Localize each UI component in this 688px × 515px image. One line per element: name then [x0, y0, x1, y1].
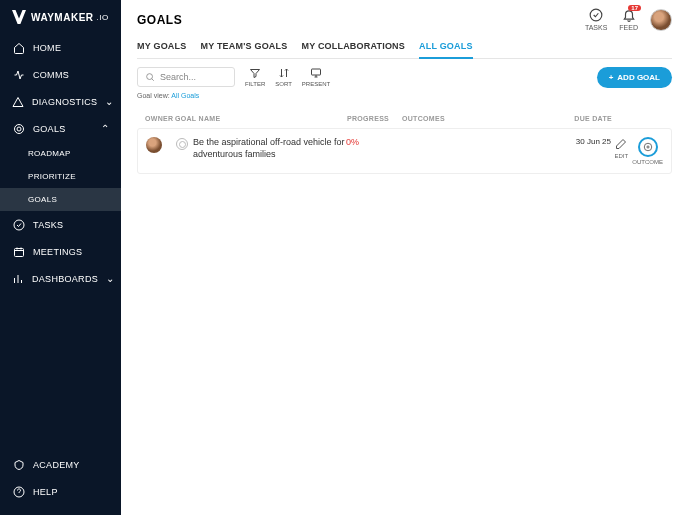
- edit-action[interactable]: EDIT: [614, 137, 628, 165]
- nav-dashboards-label: DASHBOARDS: [32, 274, 98, 284]
- bars-icon: [12, 272, 24, 285]
- add-goal-button[interactable]: + ADD GOAL: [597, 67, 672, 88]
- nav-goals-sub-label: GOALS: [28, 195, 57, 204]
- present-icon: [309, 67, 323, 79]
- nav-goals-sub[interactable]: GOALS: [0, 188, 121, 211]
- chevron-up-icon: ⌃: [101, 123, 109, 134]
- page-title: GOALS: [137, 13, 182, 27]
- shield-icon: [12, 458, 25, 471]
- svg-point-0: [14, 124, 23, 133]
- tab-my-goals[interactable]: MY GOALS: [137, 37, 186, 58]
- chevron-down-icon: ⌄: [106, 273, 114, 284]
- search-placeholder: Search...: [160, 72, 196, 82]
- nav-help-label: HELP: [33, 487, 58, 497]
- header-tasks[interactable]: TASKS: [585, 8, 607, 31]
- tab-collaborations[interactable]: MY COLLABORATIONS: [301, 37, 405, 58]
- edit-icon: [614, 137, 628, 151]
- nav-tasks[interactable]: TASKS: [0, 211, 121, 238]
- goal-view-line: Goal view: All Goals: [137, 92, 672, 99]
- owner-avatar: [146, 137, 162, 153]
- nav-roadmap[interactable]: ROADMAP: [0, 142, 121, 165]
- goal-row[interactable]: Be the aspirational off-road vehicle for…: [137, 128, 672, 174]
- chevron-down-icon: ⌄: [105, 96, 113, 107]
- nav-academy-label: ACADEMY: [33, 460, 80, 470]
- activity-icon: [12, 68, 25, 81]
- waymaker-logo-icon: [12, 10, 26, 24]
- nav-comms[interactable]: COMMS: [0, 61, 121, 88]
- check-icon: [12, 218, 25, 231]
- feed-badge: 17: [628, 5, 641, 11]
- tab-team-goals[interactable]: MY TEAM'S GOALS: [200, 37, 287, 58]
- outcome-action[interactable]: OUTCOME: [632, 137, 663, 165]
- view-value[interactable]: All Goals: [171, 92, 199, 99]
- calendar-icon: [12, 245, 25, 258]
- filter-label: FILTER: [245, 81, 265, 87]
- nav-prioritize[interactable]: PRIORITIZE: [0, 165, 121, 188]
- nav-home[interactable]: HOME: [0, 34, 121, 61]
- nav-academy[interactable]: ACADEMY: [0, 451, 121, 478]
- target-icon: [12, 122, 25, 135]
- home-icon: [12, 41, 25, 54]
- col-due: DUE DATE: [552, 115, 612, 122]
- add-goal-label: ADD GOAL: [617, 73, 660, 82]
- help-icon: [12, 485, 25, 498]
- sort-label: SORT: [275, 81, 292, 87]
- user-avatar[interactable]: [650, 9, 672, 31]
- svg-rect-7: [311, 69, 320, 75]
- present-tool[interactable]: PRESENT: [302, 67, 330, 87]
- nav-dashboards[interactable]: DASHBOARDS ⌄: [0, 265, 121, 292]
- goal-due: 30 Jun 25: [551, 137, 611, 146]
- col-goal-name: GOAL NAME: [175, 115, 347, 122]
- nav-diagnostics-label: DIAGNOSTICS: [32, 97, 97, 107]
- search-icon: [145, 72, 155, 82]
- nav-diagnostics[interactable]: DIAGNOSTICS ⌄: [0, 88, 121, 115]
- svg-point-2: [14, 220, 24, 230]
- sort-icon: [277, 67, 291, 79]
- table-header: OWNER GOAL NAME PROGRESS OUTCOMES DUE DA…: [137, 113, 672, 124]
- goal-progress: 0%: [346, 137, 401, 147]
- nav-meetings[interactable]: MEETINGS: [0, 238, 121, 265]
- nav-prioritize-label: PRIORITIZE: [28, 172, 76, 181]
- svg-point-6: [147, 74, 153, 80]
- header-tasks-label: TASKS: [585, 24, 607, 31]
- col-owner: OWNER: [145, 115, 175, 122]
- tab-all-goals[interactable]: ALL GOALS: [419, 37, 473, 59]
- svg-point-1: [17, 127, 21, 131]
- nav-home-label: HOME: [33, 43, 61, 53]
- goal-target-icon: [176, 138, 188, 150]
- search-input[interactable]: Search...: [137, 67, 235, 87]
- svg-rect-3: [14, 248, 23, 256]
- nav-comms-label: COMMS: [33, 70, 69, 80]
- header-feed[interactable]: 17 FEED: [619, 8, 638, 31]
- present-label: PRESENT: [302, 81, 330, 87]
- add-outcome-icon: [638, 137, 658, 157]
- triangle-icon: [12, 95, 24, 108]
- nav-meetings-label: MEETINGS: [33, 247, 82, 257]
- outcome-label: OUTCOME: [632, 159, 663, 165]
- edit-label: EDIT: [614, 153, 628, 159]
- goal-name-text: Be the aspirational off-road vehicle for…: [193, 137, 346, 160]
- col-outcomes: OUTCOMES: [402, 115, 552, 122]
- view-label: Goal view:: [137, 92, 171, 99]
- plus-icon: +: [609, 73, 614, 82]
- brand-logo: WAYMAKER.IO: [0, 0, 121, 34]
- brand-suffix: .IO: [97, 13, 109, 22]
- svg-point-5: [590, 9, 602, 21]
- nav-roadmap-label: ROADMAP: [28, 149, 71, 158]
- nav-help[interactable]: HELP: [0, 478, 121, 505]
- sort-tool[interactable]: SORT: [275, 67, 292, 87]
- col-progress: PROGRESS: [347, 115, 402, 122]
- filter-tool[interactable]: FILTER: [245, 67, 265, 87]
- nav-goals[interactable]: GOALS ⌃: [0, 115, 121, 142]
- nav-goals-label: GOALS: [33, 124, 66, 134]
- brand-name: WAYMAKER: [31, 12, 94, 23]
- filter-icon: [248, 67, 262, 79]
- check-icon: [589, 8, 603, 22]
- header-feed-label: FEED: [619, 24, 638, 31]
- nav-tasks-label: TASKS: [33, 220, 63, 230]
